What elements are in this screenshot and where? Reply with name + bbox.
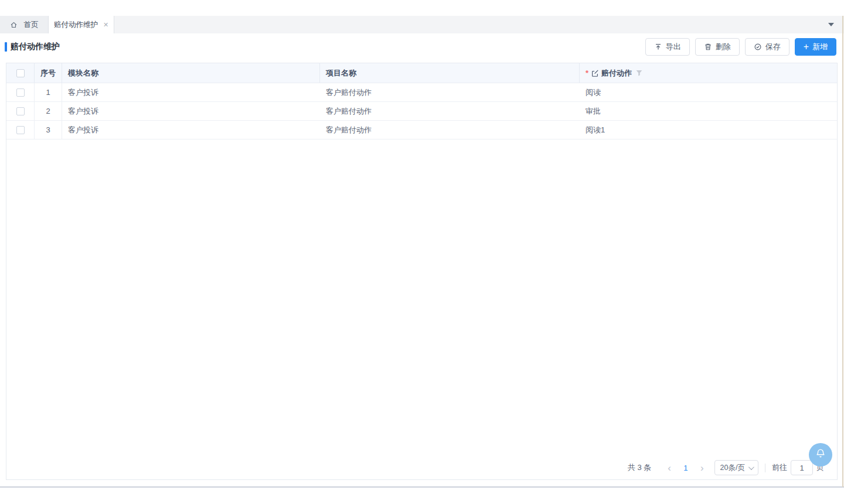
cell-project: 客户赔付动作 — [320, 121, 580, 139]
cell-module: 客户投诉 — [62, 102, 320, 120]
select-all-checkbox[interactable] — [16, 69, 25, 77]
caret-down-icon — [828, 23, 834, 26]
next-page-button[interactable]: › — [695, 463, 710, 473]
save-button-label: 保存 — [765, 42, 781, 52]
row-checkbox[interactable] — [16, 126, 25, 134]
cell-payment-action[interactable]: 阅读1 — [580, 121, 837, 139]
row-checkbox[interactable] — [16, 107, 25, 115]
header-checkbox-cell — [6, 63, 35, 83]
cell-seq: 2 — [35, 102, 62, 120]
tab-payment-action-maintenance[interactable]: 赔付动作维护 ✕ — [49, 16, 114, 33]
home-icon — [10, 21, 18, 29]
page-header: 赔付动作维护 导出 删除 — [0, 33, 844, 60]
page-size-select[interactable]: 20条/页 — [714, 460, 758, 475]
tabs-dropdown-button[interactable] — [825, 19, 837, 30]
required-mark: * — [586, 69, 588, 77]
header-seq: 序号 — [35, 63, 62, 83]
tab-home[interactable]: 首页 — [0, 16, 49, 33]
table-row: 1 客户投诉 客户赔付动作 阅读 — [6, 83, 837, 102]
close-icon[interactable]: ✕ — [103, 22, 108, 28]
cell-project: 客户赔付动作 — [320, 102, 580, 120]
page-size-label: 20条/页 — [720, 463, 745, 473]
table-header-row: 序号 模块名称 项目名称 * 赔付动作 — [6, 63, 837, 83]
header-payment-action: * 赔付动作 — [580, 63, 837, 83]
pagination-total: 共 3 条 — [628, 462, 651, 473]
app-window: 首页 赔付动作维护 ✕ 赔付动作维护 导出 — [0, 0, 844, 504]
table-row: 2 客户投诉 客户赔付动作 审批 — [6, 102, 837, 121]
cell-seq: 1 — [35, 83, 62, 101]
cell-module: 客户投诉 — [62, 121, 320, 139]
cell-module: 客户投诉 — [62, 83, 320, 101]
goto-page-input[interactable] — [791, 460, 813, 475]
export-button[interactable]: 导出 — [645, 38, 690, 56]
row-checkbox-cell — [6, 83, 35, 101]
pager-divider — [765, 464, 765, 472]
tab-bar: 首页 赔付动作维护 ✕ — [0, 16, 844, 33]
plus-icon: + — [804, 42, 809, 52]
save-button[interactable]: 保存 — [745, 38, 789, 56]
upload-icon — [654, 43, 662, 51]
trash-icon — [704, 43, 712, 51]
prev-page-button[interactable]: ‹ — [662, 463, 677, 473]
add-button-label: 新增 — [812, 42, 828, 52]
tab-home-label: 首页 — [24, 20, 39, 30]
data-grid: 序号 模块名称 项目名称 * 赔付动作 — [6, 63, 838, 480]
page-number-1[interactable]: 1 — [677, 464, 695, 472]
row-checkbox-cell — [6, 102, 35, 120]
edit-icon — [591, 69, 599, 77]
delete-button-label: 删除 — [716, 42, 731, 52]
row-checkbox[interactable] — [16, 88, 25, 97]
chevron-down-icon — [748, 464, 754, 470]
notification-fab[interactable] — [809, 443, 832, 466]
cell-payment-action[interactable]: 阅读 — [580, 83, 837, 101]
page-title: 赔付动作维护 — [11, 42, 60, 52]
title-accent-bar — [5, 42, 7, 52]
delete-button[interactable]: 删除 — [695, 38, 740, 56]
pagination-bar: 共 3 条 ‹ 1 › 20条/页 前往 页 — [6, 456, 837, 479]
window-right-edge — [842, 16, 843, 487]
header-payment-action-label: 赔付动作 — [601, 68, 632, 79]
export-button-label: 导出 — [666, 42, 681, 52]
tab-active-label: 赔付动作维护 — [54, 20, 98, 30]
table-row: 3 客户投诉 客户赔付动作 阅读1 — [6, 121, 837, 139]
cell-project: 客户赔付动作 — [320, 83, 580, 101]
goto-label: 前往 — [772, 462, 787, 473]
page-title-wrap: 赔付动作维护 — [5, 42, 60, 52]
header-project-name: 项目名称 — [320, 63, 580, 83]
bottom-divider — [0, 486, 844, 488]
cell-payment-action[interactable]: 审批 — [580, 102, 837, 120]
row-checkbox-cell — [6, 121, 35, 139]
table-empty-area — [6, 139, 837, 456]
toolbar: 导出 删除 保存 + — [645, 38, 836, 56]
check-circle-icon — [754, 43, 762, 51]
filter-icon[interactable] — [635, 69, 643, 77]
cell-seq: 3 — [35, 121, 62, 139]
add-button[interactable]: + 新增 — [795, 38, 836, 56]
header-module-name: 模块名称 — [62, 63, 320, 83]
bell-icon — [814, 447, 827, 462]
